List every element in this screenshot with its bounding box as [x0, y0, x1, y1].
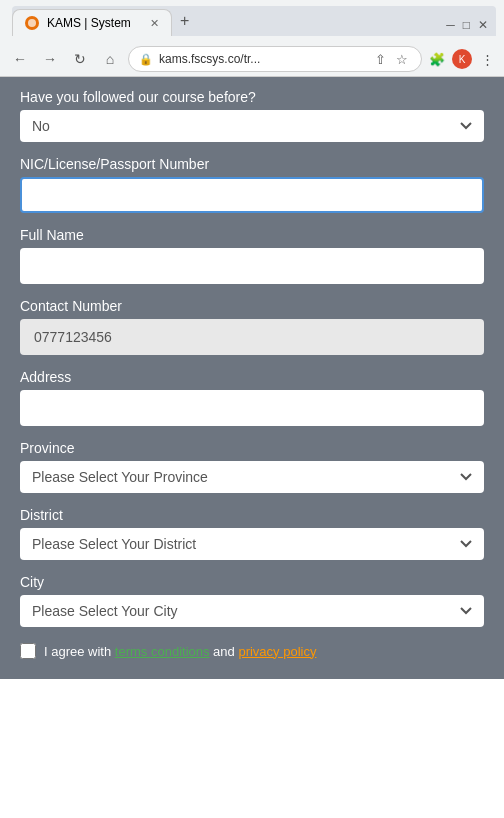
forward-button[interactable]: →: [38, 47, 62, 71]
city-label: City: [20, 574, 484, 590]
url-text: kams.fscsys.co/tr...: [159, 52, 260, 66]
svg-point-0: [28, 19, 36, 27]
agree-checkbox[interactable]: [20, 643, 36, 659]
tab-title: KAMS | System: [47, 16, 131, 30]
menu-icon[interactable]: ⋮: [478, 50, 496, 68]
tab-close-button[interactable]: ✕: [150, 17, 159, 30]
profile-icon[interactable]: K: [452, 49, 472, 69]
browser-chrome: KAMS | System ✕ + ─ □ ✕ ← → ↻ ⌂ 🔒 kams.f…: [0, 0, 504, 77]
reload-button[interactable]: ↻: [68, 47, 92, 71]
fullname-label: Full Name: [20, 227, 484, 243]
maximize-button[interactable]: □: [463, 18, 470, 32]
city-group: City Please Select Your City: [20, 574, 484, 627]
agree-and: and: [209, 644, 238, 659]
address-bar[interactable]: 🔒 kams.fscsys.co/tr... ⇧ ☆: [128, 46, 422, 72]
fullname-group: Full Name: [20, 227, 484, 284]
back-button[interactable]: ←: [8, 47, 32, 71]
city-select[interactable]: Please Select Your City: [20, 595, 484, 627]
page-content: Have you followed our course before? No …: [0, 77, 504, 679]
address-input[interactable]: [20, 390, 484, 426]
close-button[interactable]: ✕: [478, 18, 488, 32]
agree-row: I agree with terms conditions and privac…: [20, 643, 484, 659]
contact-input[interactable]: [20, 319, 484, 355]
share-icon[interactable]: ⇧: [371, 50, 389, 68]
district-select[interactable]: Please Select Your District: [20, 528, 484, 560]
province-select[interactable]: Please Select Your Province: [20, 461, 484, 493]
province-group: Province Please Select Your Province: [20, 440, 484, 493]
nic-label: NIC/License/Passport Number: [20, 156, 484, 172]
title-bar: KAMS | System ✕ + ─ □ ✕: [0, 0, 504, 42]
home-button[interactable]: ⌂: [98, 47, 122, 71]
province-label: Province: [20, 440, 484, 456]
privacy-link[interactable]: privacy policy: [238, 644, 316, 659]
district-label: District: [20, 507, 484, 523]
extensions-icon[interactable]: 🧩: [428, 50, 446, 68]
contact-group: Contact Number: [20, 298, 484, 355]
nic-input[interactable]: [20, 177, 484, 213]
nic-group: NIC/License/Passport Number: [20, 156, 484, 213]
followed-course-group: Have you followed our course before? No …: [20, 89, 484, 142]
terms-link[interactable]: terms conditions: [115, 644, 210, 659]
bookmark-icon[interactable]: ☆: [393, 50, 411, 68]
district-group: District Please Select Your District: [20, 507, 484, 560]
address-group: Address: [20, 369, 484, 426]
lock-icon: 🔒: [139, 53, 153, 66]
address-bar-row: ← → ↻ ⌂ 🔒 kams.fscsys.co/tr... ⇧ ☆ 🧩 K ⋮: [0, 42, 504, 76]
contact-label: Contact Number: [20, 298, 484, 314]
minimize-button[interactable]: ─: [446, 18, 455, 32]
followed-course-select[interactable]: No Yes: [20, 110, 484, 142]
tab-favicon: [25, 16, 39, 30]
agree-text: I agree with: [44, 644, 115, 659]
address-bar-icons: ⇧ ☆: [371, 50, 411, 68]
address-label: Address: [20, 369, 484, 385]
followed-course-label: Have you followed our course before?: [20, 89, 484, 105]
active-tab[interactable]: KAMS | System ✕: [12, 9, 172, 36]
new-tab-button[interactable]: +: [172, 6, 197, 36]
fullname-input[interactable]: [20, 248, 484, 284]
